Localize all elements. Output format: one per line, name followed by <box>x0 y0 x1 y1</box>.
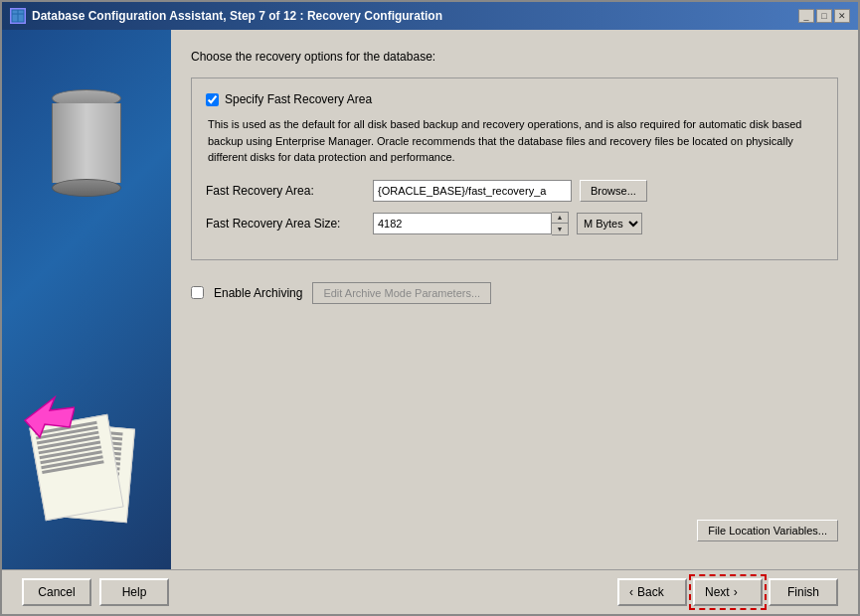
file-location-row: File Location Variables... <box>191 490 838 541</box>
edit-archive-button[interactable]: Edit Archive Mode Parameters... <box>312 282 491 304</box>
intro-text: Choose the recovery options for the data… <box>191 50 838 64</box>
fast-recovery-checkbox-row: Specify Fast Recovery Area <box>206 92 823 106</box>
next-arrow-icon: › <box>734 585 738 599</box>
main-window: Database Configuration Assistant, Step 7… <box>0 0 860 616</box>
browse-button[interactable]: Browse... <box>580 180 647 202</box>
window-controls: _ □ ✕ <box>798 9 850 23</box>
main-content: Choose the recovery options for the data… <box>191 50 838 549</box>
spin-up-button[interactable]: ▲ <box>552 213 568 224</box>
fast-recovery-label[interactable]: Specify Fast Recovery Area <box>225 92 372 106</box>
sidebar-image <box>2 30 171 569</box>
svg-marker-3 <box>25 397 75 437</box>
app-icon <box>10 8 26 24</box>
spin-down-button[interactable]: ▼ <box>552 224 568 234</box>
fast-recovery-checkbox[interactable] <box>206 93 219 106</box>
main-panel: Choose the recovery options for the data… <box>171 30 858 569</box>
cylinder-body <box>52 103 121 183</box>
fast-recovery-description: This is used as the default for all disk… <box>206 116 823 166</box>
content-area: Choose the recovery options for the data… <box>2 30 858 569</box>
size-input[interactable] <box>373 213 552 234</box>
titlebar: Database Configuration Assistant, Step 7… <box>2 2 858 30</box>
fast-recovery-size-row: Fast Recovery Area Size: ▲ ▼ M Bytes G B… <box>206 212 823 235</box>
next-label: Next <box>705 585 730 599</box>
cylinder-bottom <box>52 179 121 197</box>
next-button[interactable]: Next › <box>693 578 763 606</box>
back-arrow-icon: ‹ <box>629 585 633 599</box>
fast-recovery-area-input[interactable] <box>373 180 572 202</box>
pink-arrow-icon <box>20 392 75 450</box>
titlebar-left: Database Configuration Assistant, Step 7… <box>10 8 442 24</box>
cancel-button[interactable]: Cancel <box>22 578 91 606</box>
file-location-button[interactable]: File Location Variables... <box>697 520 838 541</box>
fast-recovery-section: Specify Fast Recovery Area This is used … <box>191 77 838 260</box>
finish-button[interactable]: Finish <box>769 578 838 606</box>
archiving-checkbox[interactable] <box>191 286 204 299</box>
archiving-row: Enable Archiving Edit Archive Mode Param… <box>191 282 838 304</box>
next-button-wrapper: Next › <box>693 578 763 606</box>
back-label: Back <box>637 585 664 599</box>
sidebar-illustration <box>2 30 171 569</box>
unit-select[interactable]: M Bytes G Bytes <box>577 213 642 234</box>
back-button[interactable]: ‹ Back <box>617 578 687 606</box>
size-spinner: ▲ ▼ <box>373 212 569 235</box>
footer-right-buttons: ‹ Back Next › Finish <box>617 578 838 606</box>
area-label: Fast Recovery Area: <box>206 184 365 198</box>
archiving-label[interactable]: Enable Archiving <box>214 286 302 300</box>
help-button[interactable]: Help <box>99 578 169 606</box>
maximize-button[interactable]: □ <box>816 9 832 23</box>
database-cylinder <box>52 89 121 197</box>
window-title: Database Configuration Assistant, Step 7… <box>32 9 442 23</box>
spinner-buttons: ▲ ▼ <box>552 212 569 235</box>
footer-left-buttons: Cancel Help <box>22 578 169 606</box>
close-button[interactable]: ✕ <box>834 9 850 23</box>
size-label: Fast Recovery Area Size: <box>206 217 365 231</box>
minimize-button[interactable]: _ <box>798 9 814 23</box>
footer: Cancel Help ‹ Back Next › Finish <box>2 569 858 614</box>
fast-recovery-area-row: Fast Recovery Area: Browse... <box>206 180 823 202</box>
